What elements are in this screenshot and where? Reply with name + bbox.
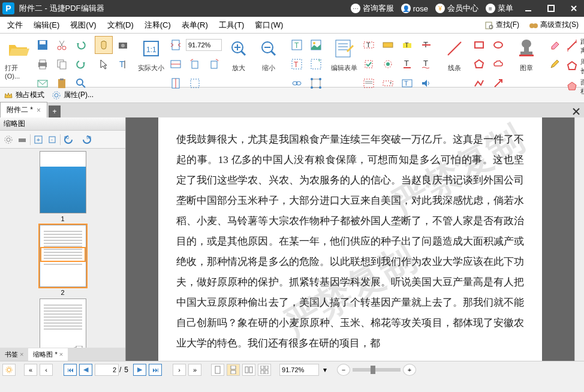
edit-object-button[interactable] xyxy=(307,74,325,92)
rectangle-button[interactable] xyxy=(470,36,488,54)
options-button[interactable] xyxy=(2,364,16,376)
fit-page-button[interactable] xyxy=(167,36,185,54)
menu-edit[interactable]: 编辑(E) xyxy=(29,17,64,33)
first-arrow-button[interactable]: « xyxy=(24,364,37,376)
side-gear-button[interactable] xyxy=(2,134,14,146)
add-image-button[interactable]: + xyxy=(307,55,325,73)
menu-document[interactable]: 文档(D) xyxy=(103,17,139,33)
rotate-thumb-right-button[interactable]: 90 xyxy=(79,134,93,146)
area-button[interactable] xyxy=(565,77,579,95)
open-button[interactable] xyxy=(5,36,31,61)
document-scroll[interactable]: 严禁复制 严禁复制 使我鼓舞很大，尤其是我国粮食产量连续三年突破一万亿斤。这真是… xyxy=(126,117,574,361)
undo-button[interactable] xyxy=(72,36,90,54)
push-button-button[interactable] xyxy=(379,36,397,54)
side-print-button[interactable] xyxy=(16,134,28,146)
single-page-button[interactable] xyxy=(211,364,224,376)
zoom-slider[interactable] xyxy=(353,368,401,372)
first-page-button[interactable]: ⏮ xyxy=(64,364,77,376)
edit-text-button[interactable]: T xyxy=(288,36,306,54)
close-icon[interactable]: × xyxy=(59,351,63,358)
add-text-button[interactable]: T xyxy=(288,55,306,73)
exclusive-mode-button[interactable]: 独占模式 xyxy=(4,90,44,100)
close-button[interactable] xyxy=(566,2,582,14)
page-input[interactable] xyxy=(95,364,119,376)
save-button[interactable] xyxy=(34,36,52,54)
menu-form[interactable]: 表单(R) xyxy=(177,17,213,33)
zoom-out-button[interactable] xyxy=(256,36,281,61)
select-tool[interactable] xyxy=(95,55,113,73)
polyline-button[interactable] xyxy=(470,74,488,92)
doc-close-button[interactable] xyxy=(568,105,584,117)
sound-button[interactable] xyxy=(417,74,435,92)
consult-button[interactable]: ⋯ 咨询客服 xyxy=(351,3,394,14)
next-arrow-button[interactable]: › xyxy=(173,364,186,376)
member-button[interactable]: ¥ 会员中心 xyxy=(435,3,478,14)
squiggly-button[interactable]: T xyxy=(417,55,435,73)
arrow-button[interactable] xyxy=(489,74,507,92)
stamp-button[interactable] xyxy=(514,36,539,61)
listbox-button[interactable] xyxy=(360,74,378,92)
line-button[interactable] xyxy=(442,36,467,61)
edit-form-button[interactable] xyxy=(332,36,357,61)
facing-continuous-button[interactable] xyxy=(258,364,271,376)
thumbnail-1[interactable]: 1 xyxy=(40,151,86,222)
underline-button[interactable]: T xyxy=(398,55,416,73)
last-arrow-button[interactable]: » xyxy=(188,364,201,376)
menu-comment[interactable]: 注释(C) xyxy=(140,17,176,33)
rotate-thumb-left-button[interactable]: 90 xyxy=(62,134,77,146)
last-page-button[interactable]: ⏭ xyxy=(149,364,162,376)
perimeter-button[interactable] xyxy=(565,57,579,75)
menu-view[interactable]: 视图(V) xyxy=(65,17,101,33)
hand-tool[interactable] xyxy=(95,36,113,54)
zoom-dropdown-icon[interactable]: ▾ xyxy=(321,366,329,374)
close-tab-icon[interactable]: × xyxy=(37,106,41,114)
maximize-button[interactable] xyxy=(543,2,559,14)
next-page-button[interactable]: ▶ xyxy=(133,364,146,376)
rotate-right-button[interactable] xyxy=(205,55,223,73)
menu-file[interactable]: 文件 xyxy=(2,17,28,33)
user-button[interactable]: 👤 rose xyxy=(401,4,428,13)
highlight-button[interactable]: T xyxy=(398,36,416,54)
prev-page-button[interactable]: ◀ xyxy=(79,364,92,376)
checkbox-button[interactable] xyxy=(360,55,378,73)
enlarge-thumb-button[interactable]: + xyxy=(32,134,44,146)
copy-button[interactable] xyxy=(53,55,71,73)
polygon-button[interactable] xyxy=(470,55,488,73)
properties-button[interactable]: 属性(P)... xyxy=(52,90,94,100)
edit-image-button[interactable] xyxy=(307,36,325,54)
zoom-status-combo[interactable] xyxy=(279,364,319,376)
text-select-tool[interactable]: T xyxy=(114,55,132,73)
shrink-thumb-button[interactable]: - xyxy=(46,134,58,146)
cloud-button[interactable] xyxy=(489,55,507,73)
doc-tab[interactable]: 附件二 * × xyxy=(0,102,47,117)
pencil-button[interactable] xyxy=(546,55,564,73)
marquee-zoom-button[interactable] xyxy=(186,74,204,92)
menu-window[interactable]: 窗口(W) xyxy=(250,17,288,33)
link-button[interactable] xyxy=(288,74,306,92)
fit-width-button[interactable] xyxy=(167,55,185,73)
prev-arrow-button[interactable]: ‹ xyxy=(40,364,53,376)
advanced-find-button[interactable]: 高级查找(S) xyxy=(526,18,582,32)
minimize-button[interactable] xyxy=(520,2,536,14)
close-icon[interactable]: × xyxy=(20,351,23,358)
combobox-button[interactable] xyxy=(379,74,397,92)
continuous-button[interactable] xyxy=(227,364,240,376)
thumbnail-3[interactable] xyxy=(40,298,86,348)
new-tab-button[interactable]: + xyxy=(49,105,61,117)
find-button[interactable]: 查找(F) xyxy=(481,18,522,32)
menu-tool[interactable]: 工具(T) xyxy=(214,17,249,33)
zoom-in-button[interactable] xyxy=(226,36,251,61)
fit-height-button[interactable] xyxy=(167,74,185,92)
thumbnail-tab[interactable]: 缩略图 * × xyxy=(28,348,68,361)
text-field-button[interactable]: T xyxy=(360,36,378,54)
oval-button[interactable] xyxy=(489,36,507,54)
redo-button[interactable] xyxy=(72,55,90,73)
menu-button[interactable]: ≡ 菜单 xyxy=(486,3,513,14)
cut-button[interactable] xyxy=(53,36,71,54)
zoom-out-status-button[interactable]: − xyxy=(337,364,350,376)
rotate-left-button[interactable] xyxy=(186,55,204,73)
strikeout-button[interactable]: T xyxy=(417,36,435,54)
vertical-scrollbar[interactable] xyxy=(574,117,584,361)
distance-button[interactable] xyxy=(565,37,579,55)
eraser-button[interactable] xyxy=(546,36,564,54)
